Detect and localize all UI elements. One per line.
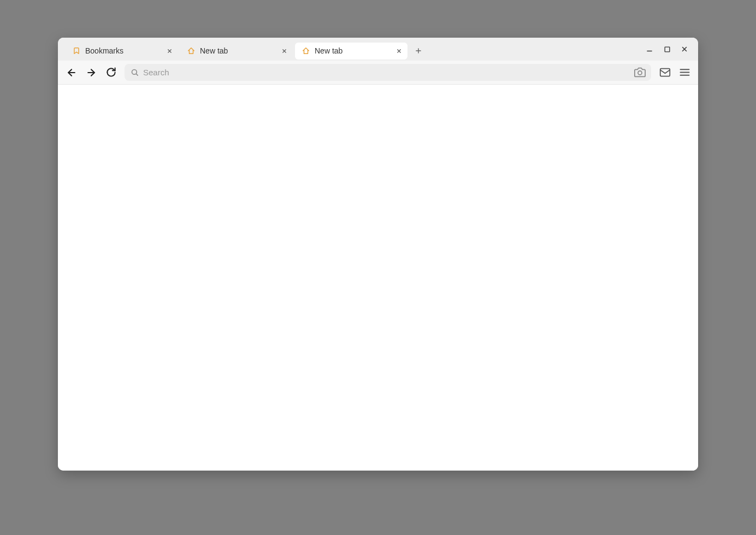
menu-icon[interactable] [678,67,690,79]
tab-label: New tab [200,46,275,55]
tab-bookmarks[interactable]: Bookmarks [66,43,178,60]
forward-button[interactable] [85,67,97,79]
toolbar-right [659,67,690,79]
tab-label: New tab [315,46,390,55]
browser-window: Bookmarks New tab New tab [58,38,698,471]
svg-rect-17 [660,69,670,76]
tab-label: Bookmarks [85,46,161,55]
minimize-button[interactable] [645,44,654,54]
close-icon[interactable] [280,46,288,55]
home-icon [187,46,196,55]
search-input[interactable] [143,68,629,77]
home-icon [302,46,310,55]
svg-point-16 [638,71,642,75]
reload-button[interactable] [105,67,117,79]
bookmark-icon [72,46,81,55]
tab-new-2[interactable]: New tab [295,43,407,60]
search-icon [130,68,139,77]
back-button[interactable] [66,67,78,79]
new-tab-button[interactable] [412,44,425,57]
camera-icon[interactable] [634,67,646,79]
close-icon[interactable] [394,46,403,55]
close-window-button[interactable] [680,44,689,54]
toolbar [58,61,698,85]
mail-icon[interactable] [659,67,671,79]
content-area [58,85,698,471]
svg-line-15 [136,74,138,75]
svg-rect-9 [665,47,670,52]
tab-new-1[interactable]: New tab [180,43,293,60]
tab-strip: Bookmarks New tab New tab [58,38,698,61]
maximize-button[interactable] [662,44,672,54]
close-icon[interactable] [165,46,174,55]
address-bar[interactable] [125,64,651,81]
window-controls [645,44,693,54]
